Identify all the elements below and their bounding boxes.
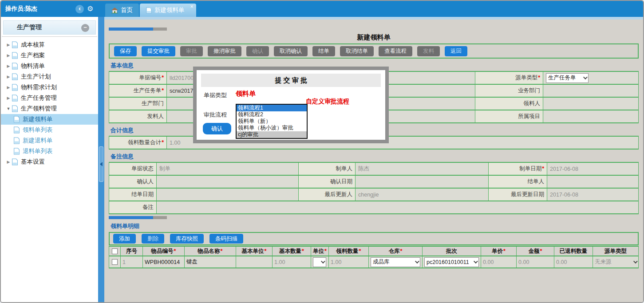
field-label: 结单人: [489, 175, 547, 188]
row-checkbox[interactable]: [112, 259, 118, 265]
pick-qty-input[interactable]: 1.00: [329, 256, 369, 268]
project-field[interactable]: [543, 110, 639, 123]
sidebar-item-task-management[interactable]: ▶ 生产任务管理: [1, 93, 98, 103]
flow-option[interactable]: cj的审批: [237, 131, 307, 138]
document-icon: [12, 41, 18, 48]
tree-expand-icon[interactable]: ▶: [5, 64, 12, 68]
operator-label: 操作员:陈杰: [5, 1, 37, 17]
view-flow-button[interactable]: 查看流程: [379, 46, 412, 56]
status-field: 制单: [157, 162, 299, 175]
tab-new-requisition[interactable]: 新建领料单 ×: [140, 4, 196, 17]
field-label: 发料人: [109, 110, 167, 123]
document-icon: [12, 63, 18, 70]
sidebar-item-label: 新建领料单: [23, 115, 53, 123]
barcode-scan-button[interactable]: 条码扫描: [209, 234, 243, 244]
sidebar-item-return-list[interactable]: 退料单列表: [1, 146, 98, 157]
sidebar-item-material-management[interactable]: ▼ 生产领料管理: [1, 103, 98, 114]
select-all-checkbox[interactable]: [112, 248, 118, 254]
tree-expand-icon[interactable]: ▶: [5, 85, 12, 90]
tab-bar: 首页 新建领料单 ×: [105, 4, 196, 17]
remark-field[interactable]: [157, 201, 639, 214]
tree-expand-icon[interactable]: ▶: [5, 75, 12, 79]
price-input[interactable]: 0.00: [481, 256, 517, 268]
field-label: 领料人: [475, 97, 543, 110]
sidebar-item-basic-settings[interactable]: ▶ 基本设置: [1, 157, 98, 167]
approval-flow-listbox[interactable]: 领料流程1 领料流程2 领料单（新） 领料单（杨小波）审批 cj的审批: [236, 104, 308, 139]
delete-row-button[interactable]: 删除: [142, 234, 164, 244]
sidebar-item-master-plan[interactable]: ▶ 主生产计划: [1, 71, 98, 82]
sidebar-item-requisition-list[interactable]: 领料单列表: [1, 125, 98, 135]
add-row-button[interactable]: 添加: [113, 234, 136, 244]
sidebar-item-cost-accounting[interactable]: ▶ 成本核算: [1, 39, 98, 50]
tree-expand-icon[interactable]: ▶: [5, 160, 12, 164]
home-icon: [111, 8, 118, 13]
splitter-handle[interactable]: [99, 146, 103, 182]
sidebar-item-new-return[interactable]: 新建退料单: [1, 135, 98, 146]
revoke-approval-button[interactable]: 撤消审批: [208, 46, 241, 56]
scrollbar-thumb[interactable]: [109, 28, 153, 31]
divider: [2, 36, 97, 37]
sidebar-item-bom[interactable]: ▶ 物料清单: [1, 61, 98, 71]
toolbar: 保存 提交审批 审批 撤消审批 确认 取消确认 结单 取消结单 查看流程 发料 …: [109, 43, 639, 59]
detail-table: 序号 物品编号* 物品名称* 基本单位* 基本数量* 单位* 领料数量* 仓库*…: [109, 246, 639, 268]
close-bill-button[interactable]: 结单: [312, 46, 335, 56]
sidebar-header[interactable]: 生产管理 −: [3, 20, 96, 35]
row-source-type-select[interactable]: 无来源: [595, 257, 636, 267]
save-button[interactable]: 保存: [114, 46, 137, 56]
picker-field[interactable]: [543, 97, 639, 110]
gear-icon[interactable]: ⚙: [87, 4, 93, 13]
sidebar-item-label: 新建退料单: [23, 137, 53, 145]
horizontal-scrollbar[interactable]: [109, 28, 639, 31]
field-label: 最后更新日期: [489, 188, 547, 201]
sidebar-item-production-archives[interactable]: ▶ 生产档案: [1, 50, 98, 61]
sidebar-item-mrp[interactable]: ▶ 物料需求计划: [1, 82, 98, 93]
column-header: 单位*: [311, 246, 329, 256]
item-no-cell[interactable]: WPBH000014: [143, 256, 185, 268]
scrollbar-thumb[interactable]: [153, 216, 167, 219]
doc-type-label: 单据类型: [204, 91, 227, 99]
field-label: 制单日期*: [489, 162, 547, 175]
field-label: 所属项目: [475, 110, 543, 123]
tree-expand-icon[interactable]: ▶: [5, 53, 12, 58]
source-type-select[interactable]: 生产任务单: [546, 73, 589, 83]
field-label: 备注: [109, 201, 157, 214]
main-content: 新建领料单 保存 提交审批 审批 撤消审批 确认 取消确认 结单 取消结单 查看…: [104, 20, 643, 302]
tree-collapse-icon[interactable]: ▼: [5, 106, 12, 111]
approve-button: 审批: [180, 46, 203, 56]
stock-snapshot-button[interactable]: 库存快照: [170, 234, 204, 244]
chevron-down-icon: [415, 259, 419, 264]
collapse-sidebar-icon[interactable]: ‹: [75, 5, 84, 13]
scrollbar-thumb[interactable]: [153, 28, 167, 31]
chevron-down-icon: [321, 259, 325, 264]
cancel-close-button[interactable]: 取消结单: [340, 46, 374, 56]
tab-home[interactable]: 首页: [105, 4, 139, 17]
flow-option[interactable]: 领料流程2: [237, 111, 307, 118]
flow-option[interactable]: 领料单（杨小波）审批: [237, 125, 307, 131]
tree-expand-icon[interactable]: ▶: [5, 96, 12, 100]
close-icon[interactable]: ×: [190, 4, 193, 9]
batch-select[interactable]: pc201601010011: [424, 257, 479, 267]
sidebar-splitter[interactable]: [98, 17, 104, 302]
back-button[interactable]: 返回: [445, 46, 467, 56]
column-header: 已退料数量: [554, 246, 593, 256]
field-label: 确认人: [109, 175, 157, 188]
dialog-confirm-button[interactable]: 确认: [203, 123, 231, 134]
cancel-confirm-button[interactable]: 取消确认: [274, 46, 308, 56]
submit-approval-button[interactable]: 提交审批: [142, 46, 175, 56]
item-name-cell[interactable]: 键盘: [185, 256, 236, 268]
biz-dept-field[interactable]: [543, 84, 639, 97]
flow-option[interactable]: 领料流程1: [237, 105, 307, 111]
tab-home-label: 首页: [121, 6, 133, 14]
tree-expand-icon[interactable]: ▶: [5, 43, 12, 47]
sidebar-item-new-requisition[interactable]: 新建领料单: [1, 114, 98, 125]
scrollbar-thumb[interactable]: [109, 216, 153, 219]
minus-icon[interactable]: −: [81, 24, 89, 32]
field-label: 结单日期: [109, 188, 157, 201]
app-window: 操作员:陈杰 ‹ ⚙ 首页 新建领料单 ×: [0, 0, 644, 303]
unit-select[interactable]: [313, 257, 326, 267]
flow-option[interactable]: 领料单（新）: [237, 118, 307, 125]
doc-type-value: 领料单: [236, 90, 256, 98]
warehouse-select[interactable]: 成品库: [371, 257, 420, 267]
horizontal-scrollbar[interactable]: [109, 216, 639, 219]
field-label: 最后更新人: [299, 188, 356, 201]
